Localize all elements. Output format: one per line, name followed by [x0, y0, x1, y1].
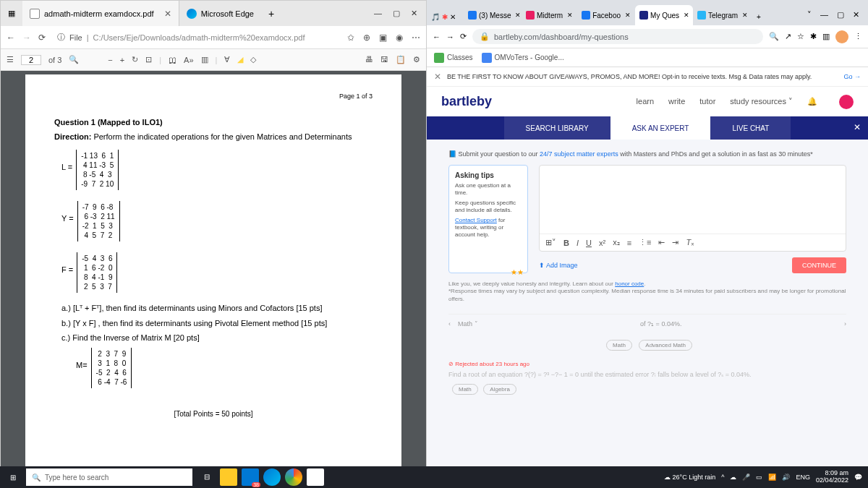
profile-icon[interactable]: ◉	[396, 33, 403, 43]
chrome-tab[interactable]: Telegram✕	[693, 5, 751, 25]
bartleby-tab[interactable]: LIVE CHAT	[710, 116, 791, 140]
address-bar[interactable]: ⓘ File | C:/Users/Eje/Downloads/admath-m…	[51, 32, 341, 43]
forward-button[interactable]: →	[446, 33, 454, 41]
print-icon[interactable]: 🖶	[365, 55, 373, 64]
next-icon[interactable]: ›	[844, 320, 846, 328]
avatar-icon[interactable]	[835, 30, 848, 43]
maximize-button[interactable]: ▢	[393, 9, 400, 18]
subscript-button[interactable]: x₂	[613, 238, 620, 247]
settings-icon[interactable]: ⚙	[413, 55, 420, 64]
pdf-viewport[interactable]: Page 1 of 3 Question 1 (Mapped to ILO1) …	[1, 71, 426, 487]
close-window-button[interactable]: ✕	[411, 9, 417, 18]
close-panel-button[interactable]: ✕	[854, 122, 861, 132]
start-button[interactable]: ⊞	[0, 474, 26, 481]
tag-algebra[interactable]: Algebra	[483, 384, 516, 395]
close-window-button[interactable]: ✕	[853, 10, 859, 20]
subject-dropdown[interactable]: Math ˅	[458, 320, 478, 328]
bartleby-tab[interactable]: SEARCH LIBRARY	[504, 116, 610, 140]
underline-button[interactable]: U	[586, 239, 592, 247]
draw-icon[interactable]: ∀	[224, 55, 230, 64]
superscript-button[interactable]: x²	[599, 239, 605, 247]
bell-icon[interactable]: 🔔	[807, 97, 817, 106]
address-bar[interactable]: 🔒 bartleby.com/dashboard/my-questions	[472, 29, 763, 44]
explorer-icon[interactable]	[220, 468, 237, 486]
minimize-button[interactable]: —	[820, 10, 828, 20]
notifications-icon[interactable]: 💬	[854, 474, 862, 481]
cast-icon[interactable]: ▭	[756, 474, 762, 481]
lang-indicator[interactable]: ENG	[796, 474, 810, 481]
bartleby-logo[interactable]: bartleby	[441, 94, 492, 109]
close-tab-icon[interactable]: ✕	[567, 12, 573, 19]
sidebar-toggle-icon[interactable]: ☰	[7, 55, 14, 64]
zoom-out-icon[interactable]: −	[108, 56, 112, 64]
tray-chevron-icon[interactable]: ^	[721, 474, 724, 481]
chrome-taskbar-icon[interactable]	[285, 468, 302, 486]
erase-icon[interactable]: ◇	[250, 55, 256, 64]
taskbar-search[interactable]: 🔍 Type here to search	[26, 468, 192, 486]
chevron-down-icon[interactable]: ˅	[807, 10, 812, 20]
nav-link[interactable]: tutor	[699, 97, 715, 106]
chrome-tab[interactable]: Midterm✕	[522, 5, 577, 25]
volume-icon[interactable]: 🔊	[782, 474, 790, 481]
favorites-icon[interactable]: ⊕	[363, 33, 370, 43]
bookmark-item[interactable]: OMVoTers - Google...	[482, 53, 564, 63]
close-tab-icon[interactable]: ✕	[625, 12, 631, 19]
tag-math-2[interactable]: Math	[452, 384, 478, 395]
close-tab-icon[interactable]: ✕	[684, 12, 689, 19]
tabs-button[interactable]: ▦	[1, 9, 22, 18]
forward-button[interactable]: →	[22, 33, 31, 43]
minimize-button[interactable]: —	[374, 9, 382, 18]
nav-link[interactable]: learn	[637, 97, 654, 106]
extensions-icon[interactable]: ✱	[810, 32, 817, 41]
banner-go-link[interactable]: Go →	[843, 73, 861, 80]
nav-link[interactable]: study resources ˅	[730, 97, 793, 106]
table-icon[interactable]: ⊞˅	[545, 238, 556, 247]
question-editor[interactable]: ⊞˅ B I U x² x₂ ≡ ⋮≡ ⇤ ⇥ Tₓ	[539, 165, 846, 252]
close-banner-button[interactable]: ✕	[434, 72, 441, 82]
refresh-button[interactable]: ⟳	[460, 32, 467, 41]
page-view-icon[interactable]: ▥	[201, 55, 208, 64]
share-icon[interactable]: ↗	[785, 32, 791, 41]
honor-code-link[interactable]: honor code	[615, 281, 644, 287]
page-number-input[interactable]	[21, 55, 41, 65]
edge-taskbar-icon[interactable]	[263, 468, 281, 486]
star-icon[interactable]: ☆	[797, 32, 804, 41]
close-tab-icon[interactable]: ✕	[515, 12, 521, 19]
back-button[interactable]: ←	[7, 33, 15, 43]
chrome-tab[interactable]: Faceboo✕	[577, 5, 635, 25]
nav-link[interactable]: write	[668, 97, 685, 106]
tag-math[interactable]: Math	[606, 340, 632, 351]
task-view-icon[interactable]: ⊟	[198, 468, 216, 486]
refresh-button[interactable]: ⟳	[38, 33, 46, 43]
collections-icon[interactable]: ▣	[379, 33, 387, 43]
indent-button[interactable]: ⇥	[672, 238, 678, 247]
close-tab-icon[interactable]: ✕	[742, 12, 748, 19]
chrome-tab[interactable]: (3) Messe✕	[464, 5, 522, 25]
store-icon[interactable]: 38	[242, 468, 259, 486]
fit-page-icon[interactable]: ⊡	[145, 55, 152, 64]
find-icon[interactable]: 🔍	[69, 55, 79, 64]
reading-icon[interactable]: ▥	[822, 32, 830, 41]
menu-icon[interactable]: ⋯	[412, 33, 420, 43]
bartleby-tab[interactable]: ASK AN EXPERT	[610, 116, 711, 140]
save-as-icon[interactable]: 📋	[396, 55, 406, 64]
new-tab-button[interactable]: +	[751, 13, 767, 25]
wifi-icon[interactable]: 📶	[768, 474, 776, 481]
rotate-icon[interactable]: ↻	[132, 55, 138, 64]
read-aloud-icon[interactable]: 🕮	[169, 56, 176, 64]
new-tab-button[interactable]: +	[261, 8, 281, 20]
zoom-in-icon[interactable]: +	[120, 56, 124, 64]
onedrive-icon[interactable]: ☁	[730, 474, 736, 481]
maximize-button[interactable]: ▢	[837, 10, 844, 20]
user-avatar[interactable]	[839, 95, 854, 109]
close-icon[interactable]: ✕	[450, 13, 456, 21]
clock[interactable]: 8:09 am 02/04/2022	[816, 470, 848, 484]
continue-button[interactable]: CONTINUE	[792, 257, 846, 273]
italic-button[interactable]: I	[576, 239, 579, 247]
clear-format-button[interactable]: Tₓ	[686, 238, 694, 247]
add-image-button[interactable]: ⬆ Add Image	[539, 262, 578, 269]
edge-tab-pdf[interactable]: admath-midterm examdocx.pdf ✕	[22, 1, 179, 26]
bullet-list-button[interactable]: ≡	[627, 239, 631, 247]
menu-icon[interactable]: ⋮	[854, 32, 862, 41]
bold-button[interactable]: B	[563, 239, 569, 247]
